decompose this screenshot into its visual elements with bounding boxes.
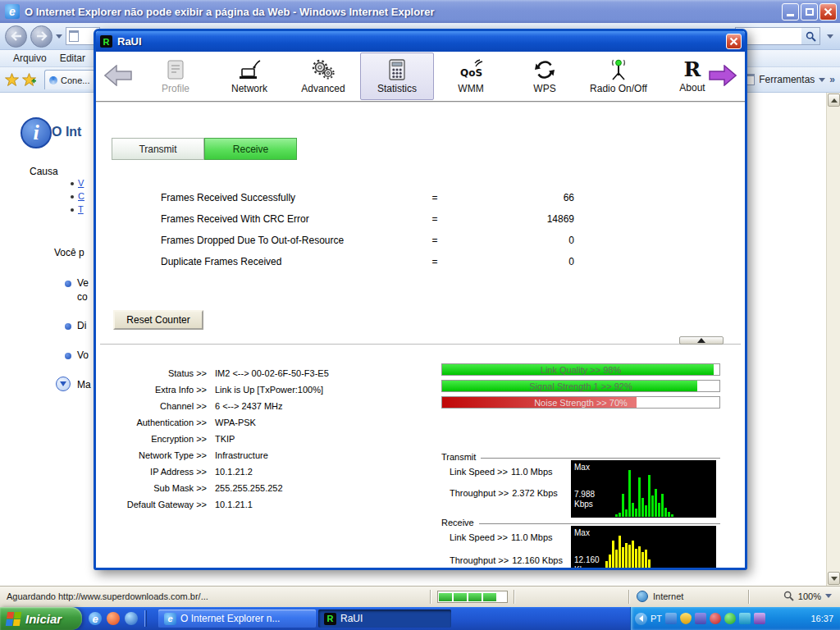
- search-options-dropdown-icon[interactable]: [827, 34, 833, 39]
- reset-counter-button[interactable]: Reset Counter: [113, 310, 203, 330]
- browser-tab[interactable]: Cone...: [44, 70, 95, 89]
- statusbar-divider: [748, 590, 750, 604]
- taskbar-button-ie[interactable]: e O Internet Explorer n...: [158, 609, 316, 628]
- taskbar-button-raui[interactable]: R RaUI: [318, 609, 451, 628]
- toolbar-overflow-chevron[interactable]: »: [829, 74, 835, 85]
- add-favorite-star-icon[interactable]: [22, 73, 36, 86]
- toolbar-grip[interactable]: [144, 610, 147, 627]
- page-link[interactable]: C: [78, 191, 84, 201]
- collapse-panel-button[interactable]: [679, 336, 724, 345]
- quick-launch-browser-icon[interactable]: [107, 612, 120, 625]
- stat-label: Frames Dropped Due To Out-of-Resource: [161, 235, 427, 246]
- status-value: WPA-PSK: [215, 418, 329, 427]
- favorites-star-icon[interactable]: [5, 73, 19, 86]
- stat-value: 0: [443, 256, 574, 267]
- toolbar-item-label: Statistics: [377, 83, 417, 94]
- page-link[interactable]: V: [78, 178, 84, 188]
- status-loading-text: Aguardando http://www.superdownloads.com…: [7, 591, 208, 601]
- receive-section-label: Receive: [441, 518, 474, 527]
- ie-titlebar[interactable]: e O Internet Explorer não pode exibir a …: [0, 0, 840, 23]
- gear-icon: [312, 59, 335, 80]
- raui-titlebar[interactable]: R RaUI: [96, 31, 745, 52]
- toolbar-item-radio-on-off[interactable]: Radio On/Off: [582, 52, 655, 100]
- maximize-button[interactable]: [801, 3, 818, 21]
- menu-editar[interactable]: Editar: [53, 50, 92, 66]
- toolbar-item-label: Radio On/Off: [590, 83, 647, 94]
- info-icon: i: [21, 117, 52, 148]
- tab-receive[interactable]: Receive: [204, 138, 297, 160]
- start-button[interactable]: Iniciar: [0, 607, 82, 630]
- radio-antenna-icon: [609, 59, 628, 80]
- tab-transmit[interactable]: Transmit: [112, 138, 204, 160]
- tray-display-icon[interactable]: [665, 613, 677, 624]
- calculator-icon: [387, 59, 407, 80]
- tray-clock[interactable]: 16:37: [810, 614, 833, 623]
- bullet-icon: [71, 208, 74, 212]
- list-item: co: [77, 291, 88, 303]
- stat-label: Duplicate Frames Received: [161, 256, 427, 267]
- toolbar-item-advanced[interactable]: Advanced: [286, 52, 360, 100]
- toolbar-item-wmm[interactable]: QoS WMM: [434, 52, 508, 100]
- scroll-down-button[interactable]: [828, 572, 840, 585]
- search-button[interactable]: [801, 28, 819, 44]
- tray-antivirus-icon[interactable]: [710, 613, 721, 624]
- vertical-scrollbar[interactable]: [826, 93, 840, 586]
- tools-dropdown-icon[interactable]: [819, 78, 825, 82]
- back-button[interactable]: [5, 25, 27, 48]
- status-value: IM2 <--> 00-02-6F-50-F3-E5: [215, 368, 329, 378]
- signal-quality-panel: Link Quality >> 98% Signal Strength 1 >>…: [441, 363, 720, 413]
- close-button[interactable]: [819, 3, 837, 21]
- menu-arquivo[interactable]: Arquivo: [7, 50, 53, 66]
- toolbar-back-button[interactable]: [104, 65, 132, 89]
- tray-hidden-icons-button[interactable]: [635, 613, 647, 625]
- status-row: Encryption >>TKIP: [103, 431, 329, 447]
- status-label: Extra Info >>: [103, 385, 207, 395]
- tray-network-icon[interactable]: [739, 613, 751, 624]
- toolbar-item-network[interactable]: Network: [212, 52, 286, 100]
- toolbar-forward-button[interactable]: [709, 65, 737, 89]
- raui-window-title: RaUI: [117, 35, 721, 48]
- quick-launch-ie-icon[interactable]: e: [89, 612, 102, 625]
- status-row: Extra Info >>Link is Up [TxPower:100%]: [103, 381, 329, 398]
- forward-button[interactable]: [30, 25, 52, 48]
- noise-strength-bar: Noise Strength >> 70%: [441, 396, 720, 409]
- table-row: Duplicate Frames Received = 0: [161, 251, 574, 272]
- toolbar-item-statistics[interactable]: Statistics: [360, 52, 434, 100]
- receive-throughput-row: Throughput >> 12.160 Kbps: [450, 555, 563, 565]
- tab-label: Cone...: [61, 75, 89, 85]
- section-divider: [100, 344, 741, 345]
- page-link[interactable]: T: [78, 204, 84, 214]
- cause-label: Causa: [30, 166, 58, 177]
- toolbar-item-label: Advanced: [301, 83, 345, 94]
- raui-app-icon: R: [324, 613, 336, 625]
- tray-messenger-icon[interactable]: [724, 613, 736, 624]
- minimize-button[interactable]: [782, 3, 799, 21]
- expand-section-button[interactable]: [56, 377, 71, 391]
- zoom-dropdown-icon[interactable]: [825, 594, 832, 598]
- table-row: Frames Dropped Due To Out-of-Resource = …: [161, 230, 574, 251]
- toolbar-item-wps[interactable]: WPS: [508, 52, 582, 100]
- quick-launch-globe-icon[interactable]: [125, 612, 138, 625]
- history-dropdown-icon[interactable]: [56, 34, 62, 39]
- list-item: Ma: [77, 379, 91, 390]
- ie-status-bar: Aguardando http://www.superdownloads.com…: [0, 586, 840, 607]
- statusbar-divider: [514, 590, 515, 604]
- throughput-value: 12.160 Kbps: [512, 555, 563, 565]
- link-status-panel: Status >>IM2 <--> 00-02-6F-50-F3-E5 Extr…: [103, 365, 329, 513]
- scroll-up-button[interactable]: [828, 94, 840, 107]
- toolbar-item-profile[interactable]: Profile: [139, 52, 212, 100]
- transmit-chart-bars: [573, 470, 714, 517]
- zoom-level[interactable]: 100%: [798, 591, 821, 601]
- search-input[interactable]: [735, 27, 820, 45]
- qos-icon: QoS: [459, 59, 483, 80]
- tray-app-icon-blue[interactable]: [695, 613, 706, 624]
- tools-menu[interactable]: Ferramentas: [759, 74, 815, 85]
- tray-language-indicator[interactable]: PT: [651, 614, 662, 623]
- status-label: Sub Mask >>: [103, 483, 207, 493]
- raui-close-button[interactable]: [726, 34, 742, 49]
- chevron-up-icon: [697, 338, 705, 343]
- tray-volume-icon[interactable]: [754, 613, 765, 624]
- stat-value: 0: [443, 235, 574, 246]
- tray-security-shield-icon[interactable]: [680, 613, 692, 624]
- link-speed-label: Link Speed >>: [450, 532, 508, 542]
